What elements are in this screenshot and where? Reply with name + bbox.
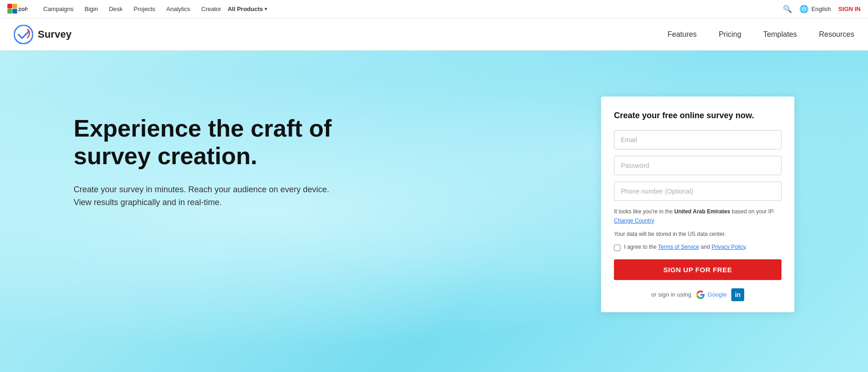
social-signin-row: or sign in using Google in [614,288,781,301]
nav-features[interactable]: Features [668,30,697,39]
survey-logo-icon [14,25,33,44]
change-country-link[interactable]: Change Country [614,217,654,224]
zoho-logo-icon: zoho [7,3,28,16]
top-nav-links: Campaigns Bigin Desk Projects Analytics … [39,4,783,14]
signup-button[interactable]: SIGN UP FOR FREE [614,259,781,280]
language-button[interactable]: 🌐 English [799,5,831,13]
nav-resources[interactable]: Resources [819,30,854,39]
top-nav-right: 🔍 🌐 English SIGN IN [783,5,861,13]
chevron-down-icon: ▾ [265,6,267,11]
hero-headline: Experience the craft of survey creation. [74,115,359,170]
password-field[interactable] [614,156,781,175]
signup-form-card: Create your free online survey now. It l… [601,97,794,312]
brand-name: Survey [38,29,71,40]
all-products-button[interactable]: All Products ▾ [228,6,267,12]
svg-rect-3 [12,9,17,13]
nav-desk[interactable]: Desk [104,4,127,14]
terms-row: I agree to the Terms of Service and Priv… [614,244,781,251]
hero-subtext: Create your survey in minutes. Reach you… [74,183,331,210]
linkedin-icon: in [735,291,741,298]
svg-text:zoho: zoho [18,6,28,12]
email-field[interactable] [614,130,781,149]
linkedin-signin-button[interactable]: in [731,288,744,301]
privacy-link[interactable]: Privacy Policy [712,244,746,250]
nav-creator[interactable]: Creator [197,4,226,14]
google-signin-button[interactable]: Google [696,290,727,299]
phone-field[interactable] [614,182,781,201]
hero-section: Experience the craft of survey creation.… [0,51,868,372]
language-label: English [811,6,831,12]
signin-link[interactable]: SIGN IN [839,6,861,12]
hero-right: Create your free online survey now. It l… [601,97,794,312]
terms-checkbox[interactable] [614,245,620,251]
nav-pricing[interactable]: Pricing [719,30,741,39]
location-notice: It looks like you're in the United Arab … [614,207,781,225]
terms-label: I agree to the Terms of Service and Priv… [624,244,747,250]
nav-campaigns[interactable]: Campaigns [39,4,78,14]
secondary-nav-links: Features Pricing Templates Resources [668,30,854,39]
globe-icon: 🌐 [799,5,809,13]
data-notice: Your data will be stored in the US data … [614,231,781,237]
google-icon [696,290,705,299]
hero-left: Experience the craft of survey creation.… [74,87,601,209]
nav-bigin[interactable]: Bigin [80,4,103,14]
nav-projects[interactable]: Projects [129,4,160,14]
terms-link[interactable]: Terms of Service [658,244,699,250]
nav-analytics[interactable]: Analytics [162,4,195,14]
svg-rect-1 [12,4,17,8]
top-nav: zoho Campaigns Bigin Desk Projects Analy… [0,0,868,18]
google-label: Google [707,291,727,298]
brand-logo[interactable]: Survey [14,25,71,44]
social-text: or sign in using [651,291,691,298]
search-icon[interactable]: 🔍 [783,5,792,13]
nav-templates[interactable]: Templates [764,30,797,39]
zoho-logo-wrap[interactable]: zoho [7,3,28,16]
svg-rect-2 [7,9,12,13]
secondary-nav: Survey Features Pricing Templates Resour… [0,18,868,51]
svg-rect-0 [7,4,12,8]
form-title: Create your free online survey now. [614,110,781,121]
